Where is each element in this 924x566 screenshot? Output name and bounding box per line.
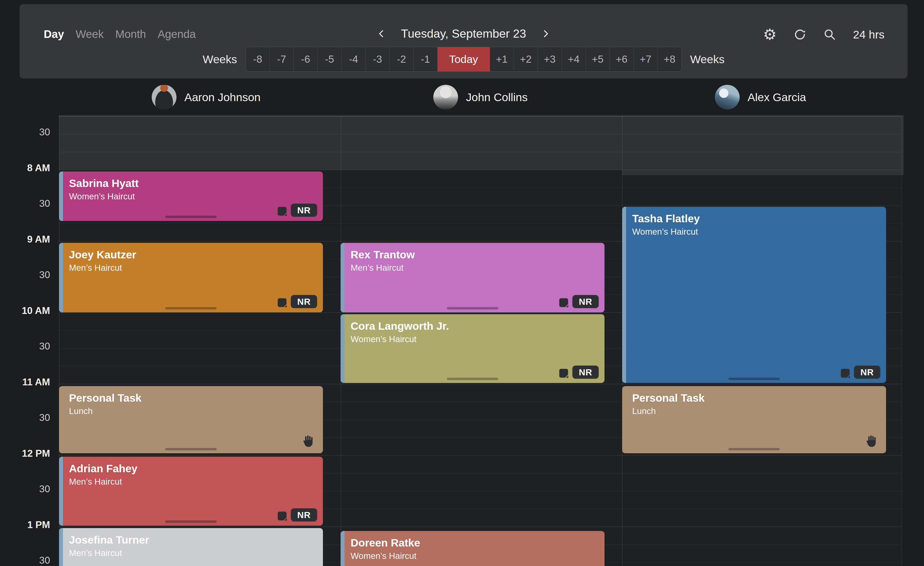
staff-column-header: Aaron Johnson xyxy=(59,79,340,116)
nr-badge: NR xyxy=(291,295,317,308)
event-title: Rex Trantow xyxy=(351,249,415,261)
nr-badge: NR xyxy=(291,508,317,521)
nr-badge: NR xyxy=(854,366,880,379)
weeks-offset-button-+4[interactable]: +4 xyxy=(562,47,586,71)
weeks-button-group: -8-7-6-5-4-3-2-1Today+1+2+3+4+5+6+7+8 xyxy=(246,47,682,72)
note-icon xyxy=(277,206,288,217)
event-title: Cora Langworth Jr. xyxy=(351,320,449,332)
sync-status-icon[interactable] xyxy=(734,29,746,41)
weeks-offset-button--5[interactable]: -5 xyxy=(318,47,342,71)
event-accent-strip xyxy=(59,171,63,221)
event-card[interactable]: Personal TaskLunch xyxy=(622,386,886,453)
event-badges: NR xyxy=(840,366,880,379)
note-icon xyxy=(558,297,569,308)
event-title: Adrian Fahey xyxy=(69,462,138,475)
event-accent-strip xyxy=(622,207,626,383)
event-card[interactable]: Josefina TurnerMen’s Haircut xyxy=(59,528,323,566)
closed-hours-band xyxy=(59,115,340,170)
hours-format-label[interactable]: 24 hrs xyxy=(853,28,885,41)
event-subtitle: Men’s Haircut xyxy=(69,263,122,273)
note-icon xyxy=(277,297,288,308)
weeks-offset-button--7[interactable]: -7 xyxy=(270,47,294,71)
hand-icon xyxy=(300,434,314,448)
event-card[interactable]: Personal TaskLunch xyxy=(59,386,323,453)
chevron-left-icon xyxy=(377,27,386,40)
event-card[interactable]: Adrian FaheyMen’s HaircutNR xyxy=(59,457,323,526)
drag-handle[interactable] xyxy=(729,378,780,380)
event-title: Doreen Ratke xyxy=(351,537,420,549)
drag-handle[interactable] xyxy=(165,521,217,523)
weeks-offset-button-+5[interactable]: +5 xyxy=(586,47,610,71)
avatar xyxy=(152,85,177,110)
grid-line xyxy=(59,134,902,135)
event-subtitle: Women’s Haircut xyxy=(351,334,416,344)
next-day-button[interactable] xyxy=(540,26,552,41)
drag-handle[interactable] xyxy=(165,216,217,218)
time-label: 11 AM xyxy=(0,377,50,388)
drag-handle[interactable] xyxy=(729,448,780,450)
staff-column-header: John Collins xyxy=(340,79,622,116)
event-card[interactable]: Doreen RatkeWomen’s Haircut xyxy=(340,531,604,566)
grid-line xyxy=(59,527,902,527)
hand-icon xyxy=(863,434,877,448)
time-label: 9 AM xyxy=(0,234,50,245)
grid-line xyxy=(59,170,902,170)
weeks-offset-button--3[interactable]: -3 xyxy=(366,47,390,71)
event-badges: NR xyxy=(277,204,317,217)
event-badges: NR xyxy=(277,295,317,308)
search-icon[interactable] xyxy=(824,28,836,41)
weeks-offset-button--6[interactable]: -6 xyxy=(294,47,318,71)
event-card[interactable]: Rex TrantowMen’s HaircutNR xyxy=(340,243,604,312)
weeks-offset-button-+1[interactable]: +1 xyxy=(490,47,514,71)
grid-line xyxy=(59,152,902,152)
weeks-navigator: Weeks -8-7-6-5-4-3-2-1Today+1+2+3+4+5+6+… xyxy=(202,47,724,72)
time-label: 30 xyxy=(0,555,50,566)
note-icon xyxy=(558,368,569,379)
time-label: 10 AM xyxy=(0,305,50,316)
settings-gear-icon[interactable]: ⚙ xyxy=(763,27,777,42)
staff-name: Aaron Johnson xyxy=(184,91,261,104)
closed-hours-band xyxy=(622,115,904,175)
header-bar: DayWeekMonthAgenda Tuesday, September 23… xyxy=(20,4,908,78)
view-tab-agenda[interactable]: Agenda xyxy=(158,28,196,41)
event-card[interactable]: Joey KautzerMen’s HaircutNR xyxy=(59,243,323,312)
event-card[interactable]: Cora Langworth Jr.Women’s HaircutNR xyxy=(340,314,604,383)
event-title: Personal Task xyxy=(632,392,705,404)
event-title: Personal Task xyxy=(69,392,141,404)
event-title: Tasha Flatley xyxy=(632,213,700,225)
weeks-offset-button--2[interactable]: -2 xyxy=(390,47,414,71)
event-subtitle: Lunch xyxy=(632,406,656,416)
date-label: Tuesday, September 23 xyxy=(401,27,526,41)
time-label: 30 xyxy=(0,198,50,209)
event-subtitle: Lunch xyxy=(69,406,93,416)
today-button[interactable]: Today xyxy=(438,47,490,71)
view-tab-day[interactable]: Day xyxy=(44,28,64,41)
view-tab-month[interactable]: Month xyxy=(116,28,146,41)
view-tab-week[interactable]: Week xyxy=(76,28,104,41)
staff-name: John Collins xyxy=(466,91,528,104)
event-card[interactable]: Sabrina HyattWomen’s HaircutNR xyxy=(59,171,323,221)
closed-hours-band xyxy=(340,115,622,170)
weeks-offset-button-+8[interactable]: +8 xyxy=(658,47,681,71)
prev-day-button[interactable] xyxy=(376,26,387,41)
refresh-icon[interactable] xyxy=(794,28,807,41)
drag-handle[interactable] xyxy=(447,378,498,380)
event-card[interactable]: Tasha FlatleyWomen’s HaircutNR xyxy=(622,207,886,383)
weeks-offset-button-+7[interactable]: +7 xyxy=(634,47,658,71)
weeks-offset-button--8[interactable]: -8 xyxy=(246,47,270,71)
event-subtitle: Women’s Haircut xyxy=(632,227,698,237)
drag-handle[interactable] xyxy=(447,307,498,309)
drag-handle[interactable] xyxy=(165,307,217,309)
nr-badge: NR xyxy=(572,366,599,379)
weeks-label-right: Weeks xyxy=(690,53,724,66)
weeks-offset-button--4[interactable]: -4 xyxy=(342,47,366,71)
weeks-offset-button-+2[interactable]: +2 xyxy=(514,47,538,71)
column-divider xyxy=(902,115,902,566)
weeks-offset-button--1[interactable]: -1 xyxy=(414,47,438,71)
note-icon xyxy=(277,510,288,521)
event-subtitle: Men’s Haircut xyxy=(69,477,122,487)
weeks-offset-button-+3[interactable]: +3 xyxy=(538,47,562,71)
time-label: 30 xyxy=(0,341,50,352)
weeks-offset-button-+6[interactable]: +6 xyxy=(610,47,634,71)
drag-handle[interactable] xyxy=(165,448,217,450)
